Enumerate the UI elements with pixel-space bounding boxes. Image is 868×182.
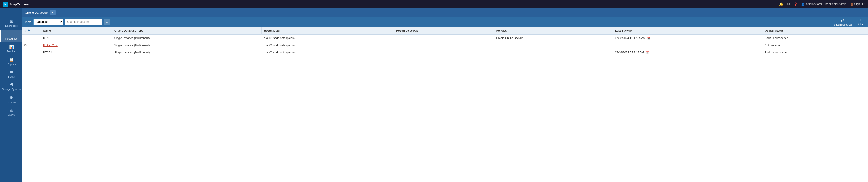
row2-type: Single Instance (Multitenant) xyxy=(112,42,261,49)
table-header: ≡ ⚑ Name Oracle Database Type Host/Clust… xyxy=(22,27,868,35)
sidebar-item-monitor[interactable]: 📊 Monitor xyxy=(0,42,22,55)
row1-calendar-icon[interactable]: 📅 xyxy=(647,37,650,39)
row2-host: ora_02.sddc.netapp.com xyxy=(261,42,394,49)
col-type[interactable]: Oracle Database Type xyxy=(112,27,261,35)
row1-icons xyxy=(22,35,41,42)
row2-icons: ⧉ xyxy=(22,42,41,49)
refresh-icon: ⇄ xyxy=(841,18,844,23)
row2-name[interactable]: NTAP1CLN xyxy=(41,42,112,49)
user-info: 👤 administrator SnapCenterAdmin xyxy=(801,3,846,6)
alerts-icon: ⚠ xyxy=(10,108,13,112)
help-icon[interactable]: ❓ xyxy=(794,2,798,6)
view-select[interactable]: Database Resource Group xyxy=(33,19,63,25)
col-rg-label: Resource Group xyxy=(396,29,418,32)
col-last-backup[interactable]: Last Backup xyxy=(613,27,763,35)
top-bar: N SnapCenter® 🔔 ✉ ❓ 👤 administrator Snap… xyxy=(0,0,868,8)
sidebar-item-settings[interactable]: ⚙ Settings xyxy=(0,93,22,106)
add-button[interactable]: + Add▾ xyxy=(856,17,865,27)
row2-copy-icon: ⧉ xyxy=(25,44,27,47)
col-host[interactable]: Host/Cluster xyxy=(261,27,394,35)
table-row: ⧉ NTAP1CLN Single Instance (Multitenant)… xyxy=(22,42,868,49)
col-icon-list[interactable]: ≡ xyxy=(25,29,26,33)
row2-policies xyxy=(494,42,613,49)
app-name: SnapCenter® xyxy=(9,3,29,6)
top-bar-right: 🔔 ✉ ❓ 👤 administrator SnapCenterAdmin 🚪 … xyxy=(779,2,865,6)
sign-out-button[interactable]: 🚪 Sign Out xyxy=(850,3,865,6)
col-name-label: Name xyxy=(43,29,51,32)
row3-name: NTAP2 xyxy=(41,49,112,56)
storage-icon: 🗄 xyxy=(9,83,13,87)
row3-calendar-icon[interactable]: 📅 xyxy=(646,51,649,54)
toolbar-right: ⇄ Refresh Resources + Add▾ xyxy=(831,17,865,27)
mail-icon[interactable]: ✉ xyxy=(787,2,790,6)
col-icons: ≡ ⚑ xyxy=(22,27,41,35)
add-label: Add▾ xyxy=(858,23,863,26)
plugin-dropdown-button[interactable]: ▼ xyxy=(50,10,56,15)
row3-icons xyxy=(22,49,41,56)
sidebar-item-reports[interactable]: 📋 Reports xyxy=(0,55,22,68)
sidebar-label-alerts: Alerts xyxy=(8,113,15,116)
sidebar-item-alerts[interactable]: ⚠ Alerts xyxy=(0,106,22,118)
table-row: NTAP1 Single Instance (Multitenant) ora_… xyxy=(22,35,868,42)
user-icon: 👤 xyxy=(801,3,805,6)
row1-policies: Oracle Online Backup xyxy=(494,35,613,42)
col-icon-flag[interactable]: ⚑ xyxy=(27,29,30,33)
sidebar-label-hosts: Hosts xyxy=(8,75,15,78)
row2-backup xyxy=(613,42,763,49)
row3-backup: 07/16/2024 5:52:15 PM 📅 xyxy=(613,49,763,56)
row3-rg xyxy=(394,49,494,56)
col-policies-label: Policies xyxy=(496,29,507,32)
table-header-row: ≡ ⚑ Name Oracle Database Type Host/Clust… xyxy=(22,27,868,35)
resources-icon: ☰ xyxy=(10,32,13,36)
row2-rg xyxy=(394,42,494,49)
row3-policies xyxy=(494,49,613,56)
row3-status: Backup succeeded xyxy=(762,49,868,56)
toolbar-left: View Database Resource Group ▽ xyxy=(25,19,111,25)
tenant-label: SnapCenterAdmin xyxy=(824,3,846,6)
netapp-logo: N SnapCenter® xyxy=(3,2,29,7)
sidebar-item-hosts[interactable]: 🖥 Hosts xyxy=(0,68,22,80)
sidebar-collapse-button[interactable]: ‹ xyxy=(0,9,22,17)
sidebar: ‹ ⊞ Dashboard ☰ Resources 📊 Monitor 📋 Re… xyxy=(0,8,22,182)
filter-button[interactable]: ▽ xyxy=(104,19,111,25)
row1-name: NTAP1 xyxy=(41,35,112,42)
row1-rg xyxy=(394,35,494,42)
filter-icon: ▽ xyxy=(106,20,108,24)
sidebar-label-monitor: Monitor xyxy=(7,50,16,53)
sidebar-label-resources: Resources xyxy=(5,37,18,40)
table-row: NTAP2 Single Instance (Multitenant) ora_… xyxy=(22,49,868,56)
netapp-logo-icon: N xyxy=(3,2,8,7)
col-resource-group[interactable]: Resource Group xyxy=(394,27,494,35)
col-type-label: Oracle Database Type xyxy=(114,29,144,32)
col-host-label: Host/Cluster xyxy=(264,29,280,32)
sidebar-item-storage-systems[interactable]: 🗄 Storage Systems xyxy=(0,80,22,93)
col-backup-label: Last Backup xyxy=(615,29,631,32)
row1-backup: 07/18/2024 11:17:55 AM 📅 xyxy=(613,35,763,42)
table-container: ≡ ⚑ Name Oracle Database Type Host/Clust… xyxy=(22,27,868,182)
collapse-icon: ‹ xyxy=(10,11,12,15)
settings-icon: ⚙ xyxy=(10,95,13,100)
main-layout: ‹ ⊞ Dashboard ☰ Resources 📊 Monitor 📋 Re… xyxy=(0,8,868,182)
reports-icon: 📋 xyxy=(9,58,14,62)
add-icon: + xyxy=(859,18,862,23)
sidebar-label-storage: Storage Systems xyxy=(2,88,21,90)
sign-out-icon: 🚪 xyxy=(850,3,854,6)
col-overall-status[interactable]: Overall Status xyxy=(762,27,868,35)
sidebar-item-dashboard[interactable]: ⊞ Dashboard xyxy=(0,17,22,30)
monitor-icon: 📊 xyxy=(9,45,14,49)
row1-type: Single Instance (Multitenant) xyxy=(112,35,261,42)
sidebar-label-reports: Reports xyxy=(7,63,16,66)
bell-icon[interactable]: 🔔 xyxy=(779,2,783,6)
top-bar-left: N SnapCenter® xyxy=(3,2,29,7)
plugin-header: Oracle Database ▼ xyxy=(22,8,868,17)
row3-host: ora_02.sddc.netapp.com xyxy=(261,49,394,56)
user-label[interactable]: administrator xyxy=(806,3,822,6)
sidebar-label-settings: Settings xyxy=(7,101,16,103)
refresh-label: Refresh Resources xyxy=(833,24,852,26)
col-name[interactable]: Name xyxy=(41,27,112,35)
col-policies[interactable]: Policies xyxy=(494,27,613,35)
search-input[interactable] xyxy=(65,19,102,25)
refresh-resources-button[interactable]: ⇄ Refresh Resources xyxy=(831,17,855,27)
plugin-title: Oracle Database xyxy=(25,11,48,14)
sidebar-item-resources[interactable]: ☰ Resources xyxy=(0,30,22,42)
